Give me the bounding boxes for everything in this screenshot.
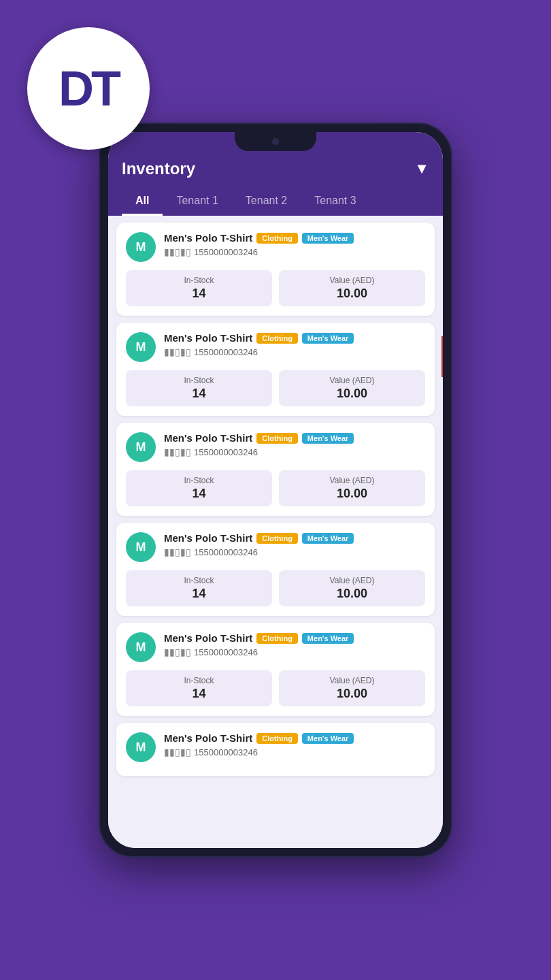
in-stock-label: In-Stock: [134, 576, 264, 585]
tab-all[interactable]: All: [122, 188, 163, 216]
card-info: Men's Polo T-Shirt Clothing Men's Wear ▮…: [164, 732, 425, 757]
tag-menswear: Men's Wear: [302, 433, 354, 444]
avatar: M: [126, 632, 156, 662]
tag-clothing: Clothing: [256, 733, 298, 744]
in-stock-label: In-Stock: [134, 376, 264, 385]
in-stock-box: In-Stock 14: [126, 270, 272, 306]
product-name: Men's Polo T-Shirt: [164, 632, 252, 644]
inventory-card[interactable]: M Men's Polo T-Shirt Clothing Men's Wear…: [116, 423, 435, 516]
barcode-number: 1550000003246: [194, 647, 258, 657]
in-stock-label: In-Stock: [134, 676, 264, 685]
barcode-icon: ▮▮▯▮▯: [164, 747, 191, 757]
barcode-number: 1550000003246: [194, 347, 258, 357]
avatar: M: [126, 432, 156, 462]
avatar: M: [126, 532, 156, 562]
in-stock-label: In-Stock: [134, 476, 264, 485]
tag-clothing: Clothing: [256, 233, 298, 244]
barcode-icon: ▮▮▯▮▯: [164, 346, 191, 357]
in-stock-box: In-Stock 14: [126, 370, 272, 406]
barcode-icon: ▮▮▯▮▯: [164, 647, 191, 657]
tag-clothing: Clothing: [256, 633, 298, 644]
tabs-row: All Tenant 1 Tenant 2 Tenant 3: [122, 188, 429, 216]
barcode-number: 1550000003246: [194, 447, 258, 457]
inventory-card[interactable]: M Men's Polo T-Shirt Clothing Men's Wear…: [116, 723, 435, 776]
avatar: M: [126, 732, 156, 762]
value-box: Value (AED) 10.00: [279, 370, 425, 406]
in-stock-value: 14: [134, 387, 264, 401]
tag-menswear: Men's Wear: [302, 633, 354, 644]
barcode-number: 1550000003246: [194, 247, 258, 257]
tab-tenant3[interactable]: Tenant 3: [301, 188, 369, 216]
tab-tenant1[interactable]: Tenant 1: [163, 188, 231, 216]
phone-frame: Inventory ▼ All Tenant 1 Tenant 2 Tenant…: [99, 122, 452, 858]
filter-icon[interactable]: ▼: [414, 160, 429, 178]
barcode-number: 1550000003246: [194, 547, 258, 557]
camera-dot: [272, 138, 279, 145]
tag-clothing: Clothing: [256, 433, 298, 444]
barcode-icon: ▮▮▯▮▯: [164, 446, 191, 457]
value-amount: 10.00: [287, 387, 417, 401]
tag-menswear: Men's Wear: [302, 233, 354, 244]
inventory-list: M Men's Polo T-Shirt Clothing Men's Wear…: [108, 216, 443, 848]
value-label: Value (AED): [287, 476, 417, 485]
app-logo: DT: [27, 27, 150, 150]
tag-menswear: Men's Wear: [302, 533, 354, 544]
inventory-card[interactable]: M Men's Polo T-Shirt Clothing Men's Wear…: [116, 623, 435, 716]
tag-clothing: Clothing: [256, 333, 298, 344]
in-stock-box: In-Stock 14: [126, 670, 272, 706]
logo-text: DT: [59, 64, 118, 113]
page-title: Inventory: [122, 159, 195, 178]
value-amount: 10.00: [287, 487, 417, 501]
in-stock-box: In-Stock 14: [126, 570, 272, 606]
tab-tenant2[interactable]: Tenant 2: [232, 188, 301, 216]
value-amount: 10.00: [287, 287, 417, 301]
value-label: Value (AED): [287, 376, 417, 385]
value-label: Value (AED): [287, 676, 417, 685]
inventory-card[interactable]: M Men's Polo T-Shirt Clothing Men's Wear…: [116, 223, 435, 316]
value-box: Value (AED) 10.00: [279, 570, 425, 606]
avatar: M: [126, 232, 156, 262]
in-stock-value: 14: [134, 587, 264, 601]
card-info: Men's Polo T-Shirt Clothing Men's Wear ▮…: [164, 532, 425, 557]
value-box: Value (AED) 10.00: [279, 470, 425, 506]
value-label: Value (AED): [287, 276, 417, 285]
avatar: M: [126, 332, 156, 362]
card-info: Men's Polo T-Shirt Clothing Men's Wear ▮…: [164, 432, 425, 457]
in-stock-value: 14: [134, 487, 264, 501]
product-name: Men's Polo T-Shirt: [164, 732, 252, 744]
inventory-card[interactable]: M Men's Polo T-Shirt Clothing Men's Wear…: [116, 523, 435, 616]
product-name: Men's Polo T-Shirt: [164, 332, 252, 344]
value-amount: 10.00: [287, 687, 417, 701]
barcode-icon: ▮▮▯▮▯: [164, 546, 191, 557]
in-stock-value: 14: [134, 287, 264, 301]
phone-notch: [235, 132, 316, 151]
side-button: [441, 336, 443, 377]
value-amount: 10.00: [287, 587, 417, 601]
in-stock-box: In-Stock 14: [126, 470, 272, 506]
product-name: Men's Polo T-Shirt: [164, 232, 252, 244]
inventory-card[interactable]: M Men's Polo T-Shirt Clothing Men's Wear…: [116, 323, 435, 416]
product-name: Men's Polo T-Shirt: [164, 432, 252, 444]
product-name: Men's Polo T-Shirt: [164, 532, 252, 544]
phone-screen: Inventory ▼ All Tenant 1 Tenant 2 Tenant…: [108, 132, 443, 848]
in-stock-value: 14: [134, 687, 264, 701]
value-box: Value (AED) 10.00: [279, 270, 425, 306]
value-box: Value (AED) 10.00: [279, 670, 425, 706]
tag-menswear: Men's Wear: [302, 333, 354, 344]
barcode-number: 1550000003246: [194, 747, 258, 757]
card-info: Men's Polo T-Shirt Clothing Men's Wear ▮…: [164, 232, 425, 257]
card-info: Men's Polo T-Shirt Clothing Men's Wear ▮…: [164, 632, 425, 657]
barcode-icon: ▮▮▯▮▯: [164, 246, 191, 257]
tag-menswear: Men's Wear: [302, 733, 354, 744]
card-info: Men's Polo T-Shirt Clothing Men's Wear ▮…: [164, 332, 425, 357]
value-label: Value (AED): [287, 576, 417, 585]
tag-clothing: Clothing: [256, 533, 298, 544]
in-stock-label: In-Stock: [134, 276, 264, 285]
